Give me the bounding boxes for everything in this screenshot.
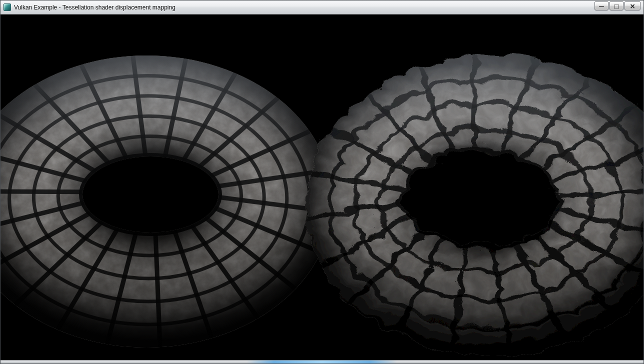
titlebar[interactable]: Vulkan Example - Tessellation shader dis… (0, 0, 644, 14)
minimize-icon: — (599, 4, 604, 9)
maximize-button[interactable]: □ (610, 2, 624, 10)
app-window: Vulkan Example - Tessellation shader dis… (0, 0, 644, 364)
window-bottom-frame (0, 360, 644, 364)
window-title: Vulkan Example - Tessellation shader dis… (14, 4, 176, 11)
close-button[interactable]: × (624, 2, 640, 10)
minimize-button[interactable]: — (594, 2, 608, 10)
render-canvas (0, 14, 644, 360)
app-icon (4, 4, 11, 11)
maximize-icon: □ (614, 4, 619, 9)
render-viewport[interactable] (0, 14, 644, 360)
torus-right-displacement (302, 52, 644, 352)
frame-glow (247, 360, 397, 364)
window-controls: — □ × (594, 2, 640, 10)
close-icon: × (630, 2, 636, 10)
torus-left-no-displacement (0, 56, 332, 348)
